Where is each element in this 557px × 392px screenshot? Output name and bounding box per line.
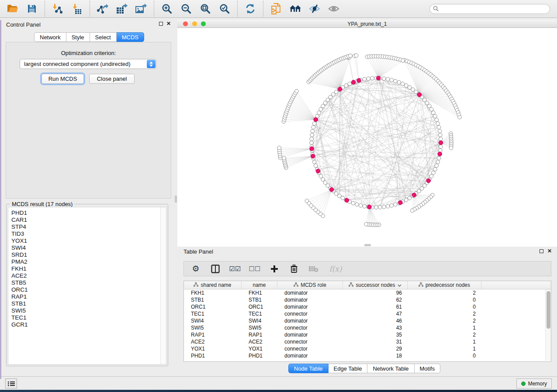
vertical-splitter-handle[interactable] [175,196,177,203]
tab-style[interactable]: Style [66,32,90,42]
table-row[interactable]: SWI5SWI5connector431 [184,324,551,331]
mcds-result-item[interactable]: PHD1 [8,210,166,217]
mcds-result-item[interactable]: RAP1 [8,293,166,300]
column-header-MCDS-role[interactable]: MCDS role [277,281,343,289]
show-task-history-button[interactable] [5,378,17,389]
sitemap-icon [349,282,353,288]
mcds-result-item[interactable]: SWI4 [8,244,166,251]
table-cell: 47 [343,310,408,317]
table-cell: PHD1 [184,352,242,359]
table-scrollbar-thumb[interactable] [547,291,550,329]
table-cell: YOX1 [184,345,242,352]
mcds-result-list[interactable]: PHD1CAR1STP4TID3YOX1SWI4SRD1PMA2FKH1ACE2… [8,207,166,364]
zoom-fit-button[interactable] [199,3,211,15]
zoom-in-button[interactable] [161,3,173,15]
table-cell: SWI4 [242,317,277,324]
table-row[interactable]: ACE2ACE2connector311 [184,338,551,345]
column-header-name[interactable]: name [242,281,277,289]
close-table-panel-icon[interactable]: ✕ [547,248,552,254]
export-table-button[interactable] [116,3,128,15]
mcds-result-item[interactable]: CAR1 [8,217,166,224]
browse-networks-button[interactable] [289,3,301,15]
unselect-all-columns-button[interactable]: ☐☐ [249,264,260,274]
table-cell: 43 [343,324,408,331]
column-header-shared-name[interactable]: shared name [184,281,242,289]
table-scrollbar[interactable] [545,289,551,361]
show-graphics-details-button[interactable] [328,3,340,15]
zoom-selected-button[interactable] [218,3,231,15]
mcds-result-item[interactable]: TEC1 [8,314,166,321]
mcds-result-item[interactable]: ORC1 [8,286,166,293]
delete-table-button[interactable] [308,264,319,274]
table-row[interactable]: TEC1TEC1connector472 [184,310,551,317]
horizontal-splitter-handle[interactable] [364,244,371,246]
close-panel-button[interactable]: Close panel [89,74,135,84]
export-image-icon [135,3,147,14]
mcds-list-scrollbar[interactable] [160,207,166,364]
table-row[interactable]: SWI4SWI4dominator462 [184,317,551,324]
gear-icon: ⚙ [192,265,199,273]
table-row[interactable]: STB1STB1dominator620 [184,296,551,303]
delete-columns-button[interactable] [289,264,299,274]
hide-edges-button[interactable] [308,3,321,15]
table-cell: 35 [343,331,408,338]
table-cell: SWI5 [242,324,277,331]
save-session-button[interactable] [26,3,38,15]
float-table-panel-icon[interactable] [540,249,543,253]
import-table-button[interactable] [71,3,83,15]
table-row[interactable]: YOX1YOX1connector291 [184,345,551,352]
mcds-result-item[interactable]: STB1 [8,300,166,307]
memory-button[interactable]: Memory [516,378,552,389]
select-all-columns-button[interactable]: ☑☑ [230,264,240,274]
open-network-from-ndex-button[interactable] [270,3,282,15]
zoom-out-button[interactable] [180,3,192,15]
table-row[interactable]: PHD1PHD1dominator180 [184,352,551,359]
run-mcds-button[interactable]: Run MCDS [42,74,84,84]
float-panel-icon[interactable] [159,22,163,26]
import-network-button[interactable] [52,3,64,15]
table-cell: TEC1 [184,310,242,317]
tab-select[interactable]: Select [90,32,117,42]
tab-network[interactable]: Network [34,32,66,42]
table-cell: FKH1 [184,289,242,296]
table-cell: 2 [408,289,481,296]
mcds-result-item[interactable]: STB5 [8,279,166,286]
mcds-result-item[interactable]: PMA2 [8,258,166,265]
table-cell: connector [277,310,343,317]
export-network-button[interactable] [97,3,109,15]
table-cell: dominator [277,296,343,303]
table-row[interactable]: RAP1RAP1dominator352 [184,331,551,338]
mcds-result-item[interactable]: FKH1 [8,265,166,272]
refresh-view-button[interactable] [244,3,256,15]
network-canvas[interactable] [177,28,557,247]
select-stepper-icon [147,60,156,68]
table-row[interactable]: ORC1ORC1dominator610 [184,303,551,310]
mcds-result-item[interactable]: STP4 [8,224,166,230]
function-builder-button[interactable]: f(x) [328,264,343,274]
add-column-button[interactable] [269,264,280,274]
column-header-predecessor-nodes[interactable]: predecessor nodes [408,281,481,289]
mcds-result-item[interactable]: SRD1 [8,251,166,258]
show-column-panel-button[interactable] [210,264,221,274]
tab-edge-table[interactable]: Edge Table [329,364,368,373]
table-cell: 46 [343,317,408,324]
table-row[interactable]: FKH1FKH1dominator962 [184,289,551,296]
column-header-successor-nodes[interactable]: successor nodes [343,281,408,289]
mcds-result-item[interactable]: GCR1 [8,321,166,328]
search-input[interactable] [429,4,550,14]
mcds-result-item[interactable]: SWI5 [8,307,166,314]
tab-motifs[interactable]: Motifs [415,364,441,373]
document-share-icon [271,3,281,14]
tab-node-table[interactable]: Node Table [288,364,329,373]
table-settings-button[interactable]: ⚙ [190,264,201,274]
close-panel-icon[interactable]: ✕ [166,21,171,26]
double-house-icon [289,4,301,14]
mcds-result-item[interactable]: YOX1 [8,237,166,244]
tab-mcds[interactable]: MCDS [117,32,144,42]
open-session-button[interactable] [7,3,19,15]
mcds-result-item[interactable]: TID3 [8,230,166,237]
optimization-criterion-select[interactable]: largest connected component (undirected) [20,59,156,69]
mcds-result-item[interactable]: ACE2 [8,272,166,279]
tab-network-table[interactable]: Network Table [367,364,414,373]
export-image-button[interactable] [135,3,147,15]
